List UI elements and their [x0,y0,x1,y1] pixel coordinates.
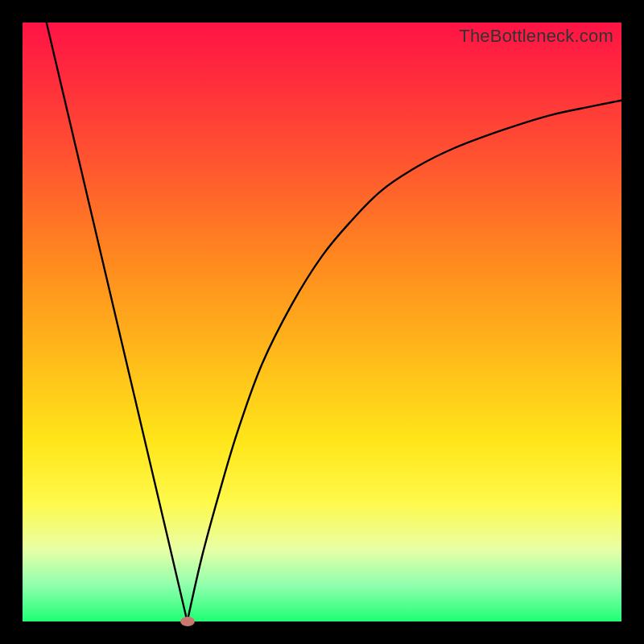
watermark-text: TheBottleneck.com [459,26,613,47]
plot-area: TheBottleneck.com [23,23,621,621]
minimum-marker [180,617,195,626]
bottleneck-curve [47,23,621,621]
chart-frame: TheBottleneck.com [0,0,644,644]
curve-svg [23,23,621,621]
